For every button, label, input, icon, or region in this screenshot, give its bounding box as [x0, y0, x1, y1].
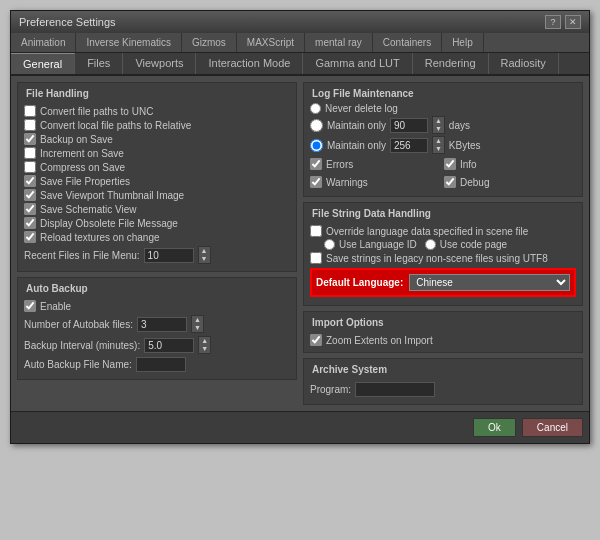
- radio-lang-id: Use Language ID: [324, 239, 417, 250]
- tab-gizmos[interactable]: Gizmos: [182, 33, 237, 52]
- archive-system-group: Archive System Program: maxzip: [303, 358, 583, 405]
- cb-increment-label: Increment on Save: [40, 148, 124, 159]
- tab-radiosity[interactable]: Radiosity: [489, 53, 559, 74]
- tab-viewports[interactable]: Viewports: [123, 53, 196, 74]
- cb-warnings: Warnings: [310, 176, 442, 188]
- radio-never-delete-input[interactable]: [310, 103, 321, 114]
- tab-ik[interactable]: Inverse Kinematics: [76, 33, 181, 52]
- cb-info: Info: [444, 158, 576, 170]
- log-file-title: Log File Maintenance: [310, 88, 416, 99]
- file-handling-title: File Handling: [24, 88, 91, 99]
- maintain-kb-spinner[interactable]: ▲▼: [432, 136, 445, 154]
- cb-backup-input[interactable]: [24, 133, 36, 145]
- cb-zoom-input[interactable]: [310, 334, 322, 346]
- cb-obsolete-input[interactable]: [24, 217, 36, 229]
- cb-enable: Enable: [24, 300, 290, 312]
- cb-thumbnail-label: Save Viewport Thumbnail Image: [40, 190, 184, 201]
- program-row: Program: maxzip: [310, 382, 576, 397]
- archive-system-title: Archive System: [310, 364, 389, 375]
- tab-containers[interactable]: Containers: [373, 33, 442, 52]
- cb-debug-input[interactable]: [444, 176, 456, 188]
- backup-filename-input[interactable]: AutoBackup: [136, 357, 186, 372]
- program-input[interactable]: maxzip: [355, 382, 435, 397]
- num-autobak-spinner[interactable]: ▲▼: [191, 315, 204, 333]
- cb-reload: Reload textures on change: [24, 231, 290, 243]
- radio-never-delete-label: Never delete log: [325, 103, 398, 114]
- close-button[interactable]: ✕: [565, 15, 581, 29]
- cb-schematic: Save Schematic View: [24, 203, 290, 215]
- main-content: File Handling Convert file paths to UNC …: [11, 76, 589, 411]
- radio-lang-id-input[interactable]: [324, 239, 335, 250]
- help-button[interactable]: ?: [545, 15, 561, 29]
- cb-compress: Compress on Save: [24, 161, 290, 173]
- radio-maintain-kb-input[interactable]: [310, 139, 323, 152]
- cb-increment-input[interactable]: [24, 147, 36, 159]
- num-autobak-row: Number of Autobak files: ▲▼: [24, 315, 290, 333]
- cb-reload-input[interactable]: [24, 231, 36, 243]
- import-options-title: Import Options: [310, 317, 386, 328]
- ok-button[interactable]: Ok: [473, 418, 516, 437]
- cb-zoom: Zoom Extents on Import: [310, 334, 576, 346]
- cb-obsolete-label: Display Obsolete File Message: [40, 218, 178, 229]
- backup-interval-input[interactable]: [144, 338, 194, 353]
- log-file-group: Log File Maintenance Never delete log Ma…: [303, 82, 583, 197]
- cb-schematic-input[interactable]: [24, 203, 36, 215]
- radio-maintain-days-input[interactable]: [310, 119, 323, 132]
- radio-code-page-input[interactable]: [425, 239, 436, 250]
- cb-enable-input[interactable]: [24, 300, 36, 312]
- cb-relative: Convert local file paths to Relative: [24, 119, 290, 131]
- cb-backup-label: Backup on Save: [40, 134, 113, 145]
- cb-save-strings-input[interactable]: [310, 252, 322, 264]
- window-title: Preference Settings: [19, 16, 116, 28]
- cancel-button[interactable]: Cancel: [522, 418, 583, 437]
- tab-help[interactable]: Help: [442, 33, 484, 52]
- tab-gamma-lut[interactable]: Gamma and LUT: [303, 53, 412, 74]
- backup-filename-row: Auto Backup File Name: AutoBackup: [24, 357, 290, 372]
- maintain-days-input[interactable]: [390, 118, 428, 133]
- recent-files-spinner[interactable]: ▲▼: [198, 246, 211, 264]
- kb-unit-label: KBytes: [449, 140, 481, 151]
- cb-obsolete: Display Obsolete File Message: [24, 217, 290, 229]
- cb-compress-input[interactable]: [24, 161, 36, 173]
- cb-errors: Errors: [310, 158, 442, 170]
- cb-zoom-label: Zoom Extents on Import: [326, 335, 433, 346]
- cb-schematic-label: Save Schematic View: [40, 204, 137, 215]
- recent-files-input[interactable]: [144, 248, 194, 263]
- radio-never-delete: Never delete log: [310, 103, 576, 114]
- backup-interval-spinner[interactable]: ▲▼: [198, 336, 211, 354]
- tab-rendering[interactable]: Rendering: [413, 53, 489, 74]
- cb-override-input[interactable]: [310, 225, 322, 237]
- num-autobak-input[interactable]: [137, 317, 187, 332]
- days-unit-label: days: [449, 120, 470, 131]
- cb-enable-label: Enable: [40, 301, 71, 312]
- tab-maxscript[interactable]: MAXScript: [237, 33, 305, 52]
- tabs-row-1: Animation Inverse Kinematics Gizmos MAXS…: [11, 33, 589, 53]
- maintain-kb-input[interactable]: [390, 138, 428, 153]
- cb-info-input[interactable]: [444, 158, 456, 170]
- bottom-bar: Ok Cancel: [11, 411, 589, 443]
- lang-select[interactable]: Chinese English Japanese Korean: [409, 274, 570, 291]
- cb-relative-input[interactable]: [24, 119, 36, 131]
- cb-warnings-input[interactable]: [310, 176, 322, 188]
- auto-backup-title: Auto Backup: [24, 283, 90, 294]
- cb-errors-input[interactable]: [310, 158, 322, 170]
- panel-left: File Handling Convert file paths to UNC …: [17, 82, 297, 405]
- cb-debug: Debug: [444, 176, 576, 188]
- tab-mental-ray[interactable]: mental ray: [305, 33, 373, 52]
- cb-unc-input[interactable]: [24, 105, 36, 117]
- maintain-kb-label: Maintain only: [327, 140, 386, 151]
- tab-general[interactable]: General: [11, 53, 75, 74]
- cb-thumbnail-input[interactable]: [24, 189, 36, 201]
- maintain-days-spinner[interactable]: ▲▼: [432, 116, 445, 134]
- log-check-grid: Errors Info Warnings Debug: [310, 156, 576, 190]
- cb-thumbnail: Save Viewport Thumbnail Image: [24, 189, 290, 201]
- tabs-row-2: General Files Viewports Interaction Mode…: [11, 53, 589, 76]
- tab-animation[interactable]: Animation: [11, 33, 76, 52]
- program-label: Program:: [310, 384, 351, 395]
- cb-debug-label: Debug: [460, 177, 489, 188]
- tab-files[interactable]: Files: [75, 53, 123, 74]
- default-lang-row: Default Language: Chinese English Japane…: [310, 268, 576, 297]
- file-string-group: File String Data Handling Override langu…: [303, 202, 583, 306]
- cb-save-props-input[interactable]: [24, 175, 36, 187]
- tab-interaction-mode[interactable]: Interaction Mode: [196, 53, 303, 74]
